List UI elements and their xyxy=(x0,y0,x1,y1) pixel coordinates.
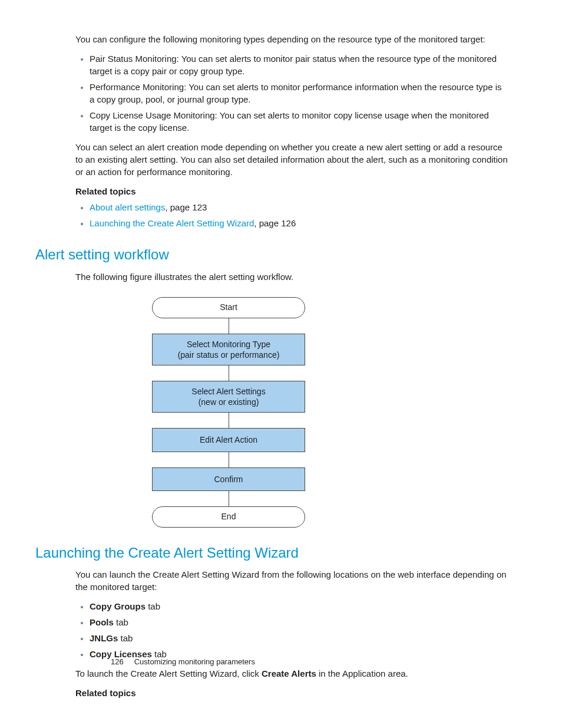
link-about-alert-settings[interactable]: About alert settings xyxy=(90,202,165,212)
list-item: Copy Groups tab xyxy=(90,600,509,612)
list-item: About alert settings, page 123 xyxy=(90,201,509,213)
tab-name: Copy Groups xyxy=(90,601,146,611)
footer-chapter: Customizing monitoring parameters xyxy=(134,657,255,666)
tab-suffix: tab xyxy=(114,617,128,627)
launch-action-post: in the Application area. xyxy=(316,668,408,678)
workflow-intro: The following figure illustrates the ale… xyxy=(75,271,509,283)
flowchart-step-line: Select Alert Settings xyxy=(156,386,301,397)
tab-name: JNLGs xyxy=(90,633,118,643)
launch-action-pre: To launch the Create Alert Setting Wizar… xyxy=(75,668,262,678)
flowchart-connector xyxy=(229,318,229,334)
flowchart-step-line: (pair status or performance) xyxy=(156,350,301,360)
flowchart-connector xyxy=(229,452,229,467)
flowchart-connector xyxy=(229,413,229,428)
heading-launching-wizard: Launching the Create Alert Setting Wizar… xyxy=(35,543,527,563)
flowchart-step-line: (new or existing) xyxy=(156,397,301,407)
flowchart-step-select-monitoring-type: Select Monitoring Type (pair status or p… xyxy=(152,334,305,365)
page-number: 126 xyxy=(111,657,124,666)
page-ref: , page 126 xyxy=(254,218,296,228)
list-item: Performance Monitoring: You can set aler… xyxy=(90,81,509,106)
related-topics-list: About alert settings, page 123 Launching… xyxy=(75,201,509,229)
list-item: JNLGs tab xyxy=(90,632,509,644)
link-launching-wizard[interactable]: Launching the Create Alert Setting Wizar… xyxy=(90,218,254,228)
monitoring-types-list: Pair Status Monitoring: You can set aler… xyxy=(75,52,509,134)
page-footer: 126Customizing monitoring parameters xyxy=(111,657,255,667)
list-item: Copy License Usage Monitoring: You can s… xyxy=(90,109,509,134)
list-item: Launching the Create Alert Setting Wizar… xyxy=(90,217,509,229)
related-topics-heading: Related topics xyxy=(75,687,509,699)
flowchart-end: End xyxy=(152,506,305,528)
tabs-list: Copy Groups tab Pools tab JNLGs tab Copy… xyxy=(75,600,509,660)
workflow-flowchart: Start Select Monitoring Type (pair statu… xyxy=(152,297,305,528)
list-item: Pools tab xyxy=(90,616,509,628)
heading-alert-setting-workflow: Alert setting workflow xyxy=(35,245,527,265)
intro-paragraph: You can configure the following monitori… xyxy=(75,33,509,45)
launch-action-paragraph: To launch the Create Alert Setting Wizar… xyxy=(75,667,509,680)
tab-suffix: tab xyxy=(118,633,133,643)
select-mode-paragraph: You can select an alert creation mode de… xyxy=(75,141,509,178)
flowchart-connector xyxy=(229,491,229,506)
launch-intro: You can launch the Create Alert Setting … xyxy=(75,568,509,593)
list-item: Pair Status Monitoring: You can set aler… xyxy=(90,52,509,77)
related-topics-heading: Related topics xyxy=(75,185,509,197)
tab-suffix: tab xyxy=(146,601,160,611)
flowchart-step-select-alert-settings: Select Alert Settings (new or existing) xyxy=(152,381,305,413)
page-ref: , page 123 xyxy=(165,202,207,212)
flowchart-step-line: Select Monitoring Type xyxy=(156,339,301,350)
flowchart-connector xyxy=(229,365,229,381)
flowchart-start: Start xyxy=(152,297,305,318)
launch-action-bold: Create Alerts xyxy=(262,668,316,678)
flowchart-step-edit-alert-action: Edit Alert Action xyxy=(152,428,305,452)
tab-name: Pools xyxy=(90,617,114,627)
flowchart-step-confirm: Confirm xyxy=(152,467,305,491)
